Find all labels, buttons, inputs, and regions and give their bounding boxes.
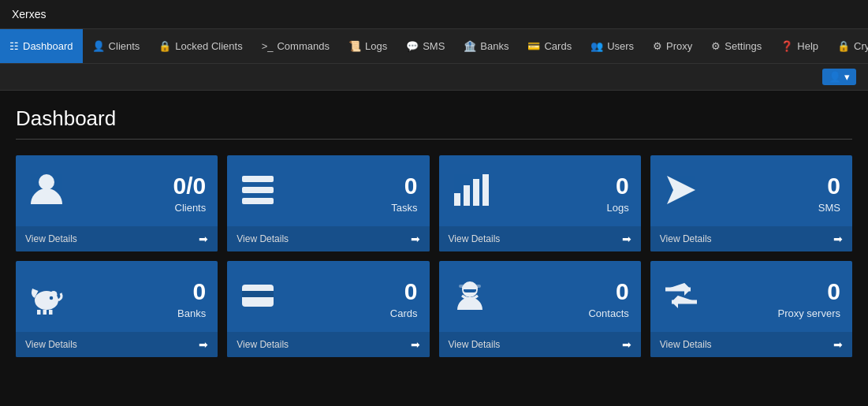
card-footer-sms[interactable]: View Details ➡ [650, 226, 852, 251]
nav-label-banks: Banks [480, 40, 509, 52]
arrow-circle-icon-clients: ➡ [199, 233, 208, 245]
arrow-circle-icon-cards: ➡ [411, 338, 420, 351]
card-icon [239, 277, 277, 322]
card-cards: 0 Cards View Details ➡ [227, 261, 429, 357]
svg-rect-4 [454, 193, 460, 206]
card-footer-proxy[interactable]: View Details ➡ [650, 332, 852, 357]
crypts-icon: 🔒 [837, 40, 850, 52]
nav-label-locked-clients: Locked Clients [175, 40, 242, 52]
card-footer-text-logs: View Details [449, 233, 501, 244]
card-body-clients: 0/0 Clients [16, 155, 218, 226]
card-tasks: 0 Tasks View Details ➡ [227, 155, 429, 251]
card-footer-contacts[interactable]: View Details ➡ [439, 332, 641, 357]
card-value-proxy: 0 [778, 280, 840, 304]
arrow-circle-icon-tasks: ➡ [411, 233, 420, 245]
card-body-banks: 0 Banks [16, 261, 218, 332]
user-dropdown[interactable]: 👤 ▾ [822, 69, 856, 85]
card-proxy: 0 Proxy servers View Details ➡ [650, 261, 852, 357]
title-divider [16, 139, 852, 140]
nav-label-cards: Cards [544, 40, 572, 52]
card-value-area-logs: 0 Logs [607, 174, 629, 214]
nav-item-clients[interactable]: 👤 Clients [83, 29, 150, 63]
nav-label-users: Users [607, 40, 634, 52]
send-icon [662, 171, 700, 217]
nav-label-commands: Commands [277, 40, 329, 52]
card-label-contacts: Contacts [588, 307, 628, 319]
card-footer-text-contacts: View Details [449, 339, 501, 350]
card-footer-banks[interactable]: View Details ➡ [16, 332, 218, 357]
card-clients: 0/0 Clients View Details ➡ [16, 155, 218, 251]
cards-icon: 💳 [527, 40, 540, 52]
card-logs: 0 Logs View Details ➡ [439, 155, 641, 251]
svg-rect-12 [43, 310, 47, 315]
card-value-tasks: 0 [391, 174, 417, 198]
svg-marker-8 [667, 176, 695, 204]
nav-item-proxy[interactable]: ⚙ Proxy [643, 29, 702, 63]
card-value-area-sms: 0 SMS [818, 174, 840, 214]
arrow-circle-icon-banks: ➡ [199, 338, 208, 351]
card-label-logs: Logs [607, 202, 629, 214]
user-area: 👤 ▾ [0, 64, 868, 91]
card-label-cards: Cards [390, 307, 418, 319]
card-contacts: 0 Contacts View Details ➡ [439, 261, 641, 357]
card-value-logs: 0 [607, 174, 629, 198]
card-label-tasks: Tasks [391, 202, 417, 214]
arrows-icon [662, 277, 700, 322]
sms-icon: 💬 [406, 40, 419, 52]
card-footer-text-proxy: View Details [660, 339, 712, 350]
banks-icon: 🏦 [464, 40, 476, 52]
card-footer-text-clients: View Details [25, 233, 77, 244]
nav-item-help[interactable]: ❓ Help [771, 29, 828, 63]
nav-item-locked-clients[interactable]: 🔒 Locked Clients [149, 29, 251, 63]
nav-label-settings: Settings [725, 40, 762, 52]
svg-rect-17 [245, 300, 255, 304]
help-icon: ❓ [780, 40, 793, 52]
card-body-tasks: 0 Tasks [227, 155, 429, 226]
card-footer-text-sms: View Details [660, 233, 712, 244]
spy-icon [451, 277, 489, 322]
card-value-area-banks: 0 Banks [177, 280, 206, 319]
card-banks: 0 Banks View Details ➡ [16, 261, 218, 357]
nav-item-commands[interactable]: >_ Commands [252, 29, 339, 63]
nav-item-cards[interactable]: 💳 Cards [518, 29, 581, 63]
card-footer-cards[interactable]: View Details ➡ [227, 332, 429, 357]
dashboard-icon: ☷ [9, 40, 19, 52]
piggybank-icon [28, 277, 65, 322]
card-footer-logs[interactable]: View Details ➡ [439, 226, 641, 251]
arrow-circle-icon-proxy: ➡ [833, 338, 843, 351]
nav-label-logs: Logs [365, 40, 387, 52]
app-title: Xerxes [8, 0, 50, 28]
tasks-icon [239, 171, 277, 217]
svg-rect-3 [242, 198, 274, 204]
nav-item-settings[interactable]: ⚙ Settings [702, 29, 771, 63]
svg-rect-5 [464, 185, 470, 206]
nav-item-crypts[interactable]: 🔒 Crypts [828, 29, 868, 63]
nav-item-logs[interactable]: 📜 Logs [339, 29, 397, 63]
nav-item-users[interactable]: 👥 Users [581, 29, 643, 63]
svg-rect-23 [459, 285, 481, 288]
nav-label-sms: SMS [423, 40, 445, 52]
barchart-icon [451, 171, 489, 217]
proxy-icon: ⚙ [653, 40, 662, 52]
card-label-sms: SMS [818, 202, 840, 214]
card-value-area-cards: 0 Cards [390, 280, 418, 319]
card-value-banks: 0 [177, 280, 206, 304]
card-value-sms: 0 [818, 174, 840, 198]
nav-item-banks[interactable]: 🏦 Banks [454, 29, 518, 63]
main-content: Dashboard 0/0 Clients View Details ➡ [0, 91, 868, 373]
nav-label-dashboard: Dashboard [23, 40, 73, 52]
card-value-cards: 0 [390, 280, 418, 304]
nav-item-dashboard[interactable]: ☷ Dashboard [0, 29, 83, 63]
card-value-area-tasks: 0 Tasks [391, 174, 417, 214]
nav-label-proxy: Proxy [666, 40, 692, 52]
arrow-circle-icon-logs: ➡ [622, 233, 631, 245]
card-footer-tasks[interactable]: View Details ➡ [227, 226, 429, 251]
svg-point-14 [50, 296, 54, 300]
nav-label-clients: Clients [109, 40, 140, 52]
nav-item-sms[interactable]: 💬 SMS [397, 29, 454, 63]
card-label-banks: Banks [177, 307, 206, 319]
card-sms: 0 SMS View Details ➡ [650, 155, 852, 251]
svg-rect-7 [482, 174, 489, 206]
card-footer-clients[interactable]: View Details ➡ [16, 226, 218, 251]
svg-marker-27 [672, 296, 678, 308]
